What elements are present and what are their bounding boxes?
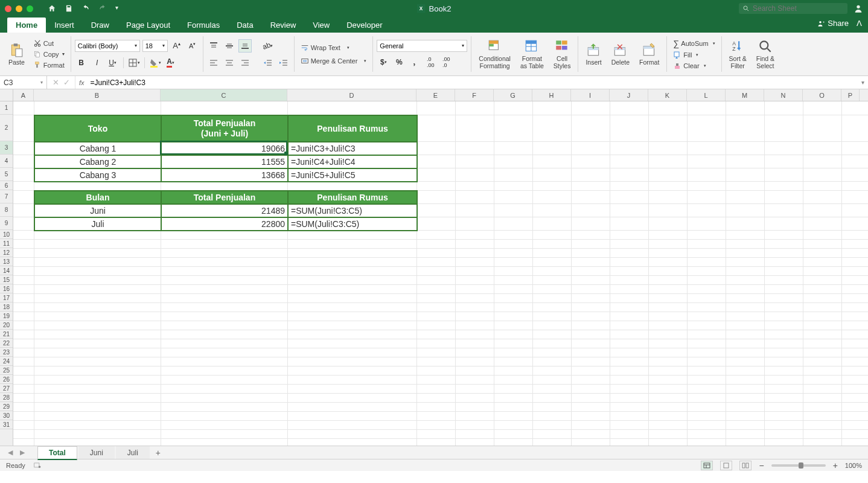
cells-area[interactable]: Toko Total Penjualan (Juni + Juli) Penul… <box>13 101 868 446</box>
underline-button[interactable]: U▾ <box>106 56 120 69</box>
row-header-7[interactable]: 7 <box>0 190 13 203</box>
save-icon[interactable] <box>65 4 73 13</box>
align-bottom-button[interactable] <box>238 39 252 53</box>
delete-cells-button[interactable]: Delete <box>608 41 633 68</box>
redo-icon[interactable] <box>98 4 107 13</box>
table2-header-rumus[interactable]: Penulisan Rumus <box>288 191 417 204</box>
cell-D8[interactable]: =SUM(Juni!C3:C5) <box>288 204 417 217</box>
cell-D9[interactable]: =SUM(Juli!C3:C5) <box>288 217 417 231</box>
minimize-window[interactable] <box>16 5 22 12</box>
cell-B9[interactable]: Juli <box>34 217 161 231</box>
increase-indent-button[interactable] <box>277 56 290 69</box>
search-input[interactable] <box>753 4 844 13</box>
collapse-ribbon-icon[interactable]: ᐱ <box>857 19 862 28</box>
cell-B4[interactable]: Cabang 2 <box>34 155 161 168</box>
align-top-button[interactable] <box>207 39 220 53</box>
fill-button[interactable]: Fill▾ <box>671 50 717 60</box>
tab-formulas[interactable]: Formulas <box>179 18 228 33</box>
fill-color-button[interactable]: ▾ <box>148 56 162 69</box>
italic-button[interactable]: I <box>91 56 104 69</box>
home-icon[interactable] <box>48 4 56 13</box>
find-select-button[interactable]: Find & Select <box>753 37 778 71</box>
increase-decimal-button[interactable]: .0.00 <box>424 56 437 69</box>
row-header-19[interactable]: 19 <box>0 312 13 321</box>
row-header-6[interactable]: 6 <box>0 181 13 190</box>
cell-C9[interactable]: 22800 <box>161 217 288 231</box>
row-header-26[interactable]: 26 <box>0 375 13 384</box>
font-size-select[interactable]: ▾ <box>142 40 168 52</box>
cell-styles-button[interactable]: Cell Styles <box>550 37 575 71</box>
macro-recorder-icon[interactable] <box>33 461 42 470</box>
tab-insert[interactable]: Insert <box>46 18 83 33</box>
decrease-decimal-button[interactable]: .00.0 <box>439 56 453 69</box>
row-header-24[interactable]: 24 <box>0 357 13 366</box>
tab-home[interactable]: Home <box>7 18 46 33</box>
row-header-21[interactable]: 21 <box>0 330 13 339</box>
maximize-window[interactable] <box>27 5 33 12</box>
close-window[interactable] <box>5 5 11 12</box>
expand-formula-bar-icon[interactable]: ▾ <box>857 79 868 86</box>
col-header-A[interactable]: A <box>13 89 34 101</box>
fx-label[interactable]: fx <box>75 79 88 86</box>
col-header-O[interactable]: O <box>803 89 841 101</box>
select-all-triangle[interactable] <box>0 89 13 101</box>
row-header-27[interactable]: 27 <box>0 384 13 393</box>
decrease-font-button[interactable]: A▾ <box>186 39 199 53</box>
cell-C3[interactable]: 19066 <box>161 142 288 155</box>
col-header-G[interactable]: G <box>494 89 532 101</box>
row-header-2[interactable]: 2 <box>0 115 13 141</box>
user-icon[interactable] <box>854 4 863 13</box>
row-header-22[interactable]: 22 <box>0 339 13 348</box>
cell-B8[interactable]: Juni <box>34 204 161 217</box>
cut-button[interactable]: Cut <box>31 39 67 48</box>
autosum-button[interactable]: ∑AutoSum▾ <box>671 38 717 49</box>
sheet-tab-juli[interactable]: Juli <box>116 446 150 459</box>
col-header-I[interactable]: I <box>571 89 610 101</box>
format-painter-button[interactable]: Format <box>31 60 67 70</box>
cell-C8[interactable]: 21489 <box>161 204 288 217</box>
row-header-9[interactable]: 9 <box>0 217 13 230</box>
table1-header-toko[interactable]: Toko <box>34 115 161 142</box>
cell-C5[interactable]: 13668 <box>161 168 288 182</box>
row-header-5[interactable]: 5 <box>0 168 13 181</box>
format-cells-button[interactable]: Format <box>636 41 663 68</box>
row-header-12[interactable]: 12 <box>0 248 13 257</box>
row-header-13[interactable]: 13 <box>0 257 13 266</box>
merge-center-button[interactable]: Merge & Center▾ <box>298 56 369 66</box>
undo-icon[interactable] <box>81 4 90 13</box>
row-header-18[interactable]: 18 <box>0 302 13 312</box>
zoom-out-button[interactable]: − <box>759 461 764 470</box>
sheet-tab-total[interactable]: Total <box>37 446 77 460</box>
format-as-table-button[interactable]: Format as Table <box>517 37 547 71</box>
row-header-3[interactable]: 3 <box>0 141 13 155</box>
enter-formula-icon[interactable]: ✓ <box>62 78 71 87</box>
row-header-10[interactable]: 10 <box>0 230 13 239</box>
copy-button[interactable]: Copy▾ <box>31 50 67 59</box>
cell-D4[interactable]: =Juni!C4+Juli!C4 <box>288 155 417 168</box>
row-header-29[interactable]: 29 <box>0 402 13 411</box>
align-center-button[interactable] <box>223 56 236 69</box>
view-page-break-button[interactable] <box>739 461 752 470</box>
row-header-17[interactable]: 17 <box>0 293 13 302</box>
sheet-nav-prev[interactable]: ◀ <box>5 449 16 456</box>
zoom-in-button[interactable]: + <box>833 461 838 470</box>
tab-draw[interactable]: Draw <box>83 18 118 33</box>
tab-review[interactable]: Review <box>262 18 305 33</box>
align-left-button[interactable] <box>207 56 220 69</box>
view-normal-button[interactable] <box>701 461 713 470</box>
col-header-P[interactable]: P <box>841 89 860 101</box>
border-button[interactable]: ▾ <box>127 56 141 69</box>
col-header-F[interactable]: F <box>455 89 494 101</box>
comma-button[interactable]: ﹐ <box>408 56 421 69</box>
row-header-28[interactable]: 28 <box>0 393 13 402</box>
col-header-N[interactable]: N <box>764 89 803 101</box>
align-middle-button[interactable] <box>223 39 236 53</box>
row-header-4[interactable]: 4 <box>0 155 13 168</box>
sheet-tab-juni[interactable]: Juni <box>78 446 115 459</box>
view-page-layout-button[interactable] <box>720 461 732 470</box>
row-header-30[interactable]: 30 <box>0 411 13 420</box>
font-color-button[interactable]: A▾ <box>164 56 177 69</box>
col-header-K[interactable]: K <box>648 89 687 101</box>
col-header-H[interactable]: H <box>532 89 571 101</box>
col-header-D[interactable]: D <box>287 89 416 101</box>
